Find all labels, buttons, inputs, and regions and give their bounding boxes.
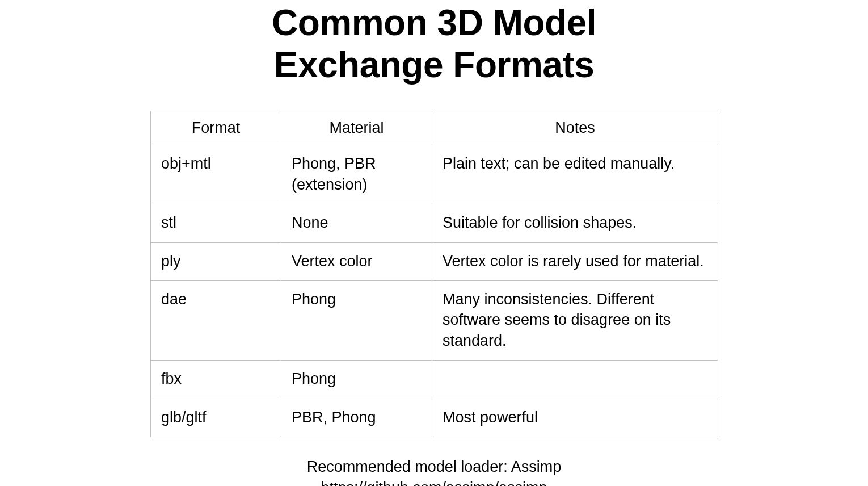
formats-table: Format Material Notes obj+mtl Phong, PBR… bbox=[150, 111, 718, 437]
table-row: obj+mtl Phong, PBR (extension) Plain tex… bbox=[151, 145, 718, 204]
cell-notes: Many inconsistencies. Different software… bbox=[432, 280, 718, 360]
cell-material: Phong bbox=[281, 280, 432, 360]
cell-material: Phong, PBR (extension) bbox=[281, 145, 432, 204]
table-row: stl None Suitable for collision shapes. bbox=[151, 204, 718, 242]
table-row: ply Vertex color Vertex color is rarely … bbox=[151, 242, 718, 280]
cell-format: fbx bbox=[151, 361, 281, 399]
cell-material: Vertex color bbox=[281, 242, 432, 280]
col-header-notes: Notes bbox=[432, 111, 718, 145]
table-row: glb/gltf PBR, Phong Most powerful bbox=[151, 399, 718, 437]
cell-notes bbox=[432, 361, 718, 399]
footer-line-1: Recommended model loader: Assimp bbox=[307, 456, 562, 477]
cell-format: glb/gltf bbox=[151, 399, 281, 437]
table-row: dae Phong Many inconsistencies. Differen… bbox=[151, 280, 718, 360]
cell-material: PBR, Phong bbox=[281, 399, 432, 437]
cell-material: Phong bbox=[281, 361, 432, 399]
col-header-format: Format bbox=[151, 111, 281, 145]
table-header-row: Format Material Notes bbox=[151, 111, 718, 145]
cell-format: ply bbox=[151, 242, 281, 280]
page-title: Common 3D Model Exchange Formats bbox=[272, 2, 596, 86]
cell-format: obj+mtl bbox=[151, 145, 281, 204]
table-body: obj+mtl Phong, PBR (extension) Plain tex… bbox=[151, 145, 718, 437]
title-line-2: Exchange Formats bbox=[274, 44, 595, 85]
cell-notes: Plain text; can be edited manually. bbox=[432, 145, 718, 204]
cell-notes: Vertex color is rarely used for material… bbox=[432, 242, 718, 280]
cell-notes: Suitable for collision shapes. bbox=[432, 204, 718, 242]
title-line-1: Common 3D Model bbox=[272, 2, 596, 43]
footer: Recommended model loader: Assimp https:/… bbox=[307, 456, 562, 486]
table-row: fbx Phong bbox=[151, 361, 718, 399]
footer-line-2: https://github.com/assimp/assimp bbox=[307, 477, 562, 486]
cell-material: None bbox=[281, 204, 432, 242]
formats-table-wrap: Format Material Notes obj+mtl Phong, PBR… bbox=[150, 111, 718, 437]
cell-format: dae bbox=[151, 280, 281, 360]
cell-format: stl bbox=[151, 204, 281, 242]
cell-notes: Most powerful bbox=[432, 399, 718, 437]
col-header-material: Material bbox=[281, 111, 432, 145]
